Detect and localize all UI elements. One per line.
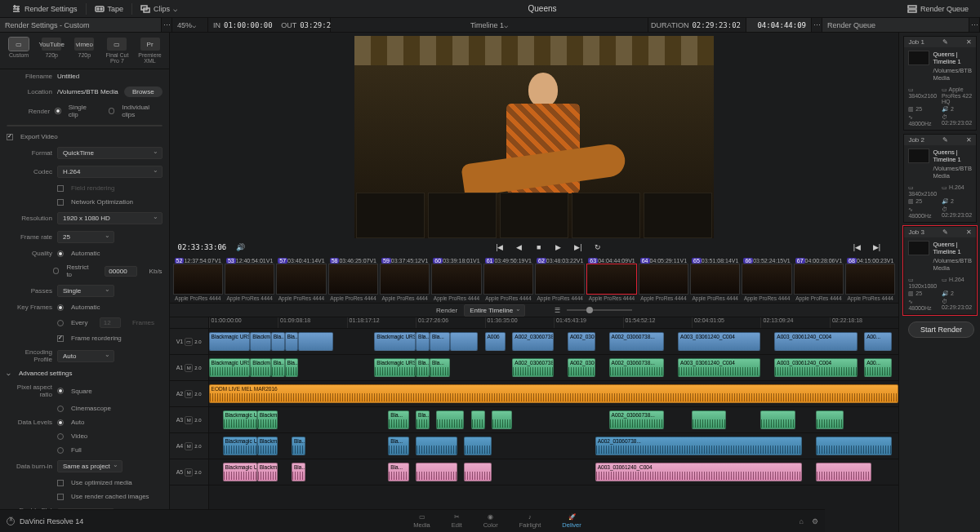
timeline-clip[interactable]: Bla... xyxy=(388,410,408,429)
play-button[interactable]: ▶ xyxy=(553,243,564,251)
timeline-clip[interactable]: A002_03060738... xyxy=(609,332,665,351)
timeline-clip[interactable]: A002_03060738... xyxy=(568,358,595,377)
codec-dropdown[interactable]: H.264 xyxy=(57,166,163,178)
timeline-clip[interactable]: A002_03060738... xyxy=(595,437,802,455)
edit-job-icon[interactable]: ✎ xyxy=(942,228,948,236)
timeline-clip[interactable] xyxy=(492,410,512,429)
timeline-lane[interactable]: Blackmagic URSA...Blackmagic URSA...Bla.… xyxy=(209,459,899,485)
timeline-clip[interactable] xyxy=(760,410,795,429)
track-header-A1[interactable]: A1M2.0 xyxy=(170,355,208,381)
timeline-clip[interactable]: Blackmagic URSA... xyxy=(250,358,270,377)
single-clip-radio[interactable] xyxy=(55,108,61,114)
clip-thumb[interactable]: 5212:37:54:07V1Apple ProRes 4444 xyxy=(173,258,223,301)
page-tab-edit[interactable]: ✂Edit xyxy=(452,513,462,529)
preset-vimeo[interactable]: vimeo720p xyxy=(69,38,100,64)
timeline-clip[interactable]: A002_03060738... xyxy=(512,332,554,351)
timeline-clip[interactable]: Blackmagic URSA... xyxy=(257,437,278,455)
framerate-dropdown[interactable]: 25 xyxy=(57,231,114,243)
render-job[interactable]: Job 1✎✕ Queens | Timeline 1/Volumes/BTB … xyxy=(903,36,977,131)
stop-button[interactable]: ■ xyxy=(533,243,545,251)
clip-thumb[interactable]: 6203:48:03:22V1Apple ProRes 4444 xyxy=(535,258,585,301)
preset-youtube[interactable]: YouTube720p xyxy=(36,38,67,64)
timeline-clip[interactable]: A00... xyxy=(864,358,892,377)
clips-btn[interactable]: Clips ⌵ xyxy=(134,2,184,16)
encoding-profile-dropdown[interactable]: Auto xyxy=(57,350,114,362)
timeline-clip[interactable]: A003_03061240_C004 xyxy=(595,463,802,481)
timeline-clip[interactable]: Bla... xyxy=(388,463,408,481)
track-header-V1[interactable]: V1▭2.0 xyxy=(170,329,208,355)
clip-thumb[interactable]: 5903:37:45:12V1Apple ProRes 4444 xyxy=(380,258,430,301)
page-tab-deliver[interactable]: 🚀Deliver xyxy=(562,513,581,529)
goto-prev-button[interactable]: |◀ xyxy=(851,243,862,251)
passes-dropdown[interactable]: Single xyxy=(57,285,114,297)
burnin-dropdown[interactable]: Same as project xyxy=(57,460,122,472)
clip-thumb[interactable]: 5803:46:25:07V1Apple ProRes 4444 xyxy=(328,258,378,301)
timeline-clip[interactable] xyxy=(298,332,332,351)
render-settings-btn[interactable]: Render Settings xyxy=(5,2,84,16)
clip-thumb[interactable]: 6704:00:28:06V1Apple ProRes 4444 xyxy=(794,258,844,301)
timeline-clip[interactable]: Blackmagic URSA... xyxy=(209,332,251,351)
timeline-clip[interactable]: Bla... xyxy=(430,332,450,351)
edit-job-icon[interactable]: ✎ xyxy=(942,38,948,46)
goto-next-button[interactable]: ▶| xyxy=(871,243,882,251)
timeline-clip[interactable]: Blackmagic URSA... xyxy=(223,410,257,429)
track-header-A4[interactable]: A4M2.0 xyxy=(170,433,208,459)
network-opt-check[interactable] xyxy=(57,199,64,206)
timeline-clip[interactable]: A00... xyxy=(864,332,892,351)
page-tab-media[interactable]: ▭Media xyxy=(413,513,430,529)
timeline-clip[interactable]: Bla... xyxy=(430,358,450,377)
timeline-clip[interactable]: A002_03060738... xyxy=(568,332,595,351)
field-rendering-check[interactable] xyxy=(57,185,64,192)
clip-thumb[interactable]: 6503:51:08:14V1Apple ProRes 4444 xyxy=(690,258,740,301)
timeline-clip[interactable]: Bla... xyxy=(271,332,285,351)
resolution-dropdown[interactable]: 1920 x 1080 HD xyxy=(57,212,163,224)
clip-thumb[interactable]: 5312:40:54:01V1Apple ProRes 4444 xyxy=(225,258,274,301)
page-tab-color[interactable]: ◉Color xyxy=(483,513,498,529)
close-job-icon[interactable]: ✕ xyxy=(966,136,972,144)
close-job-icon[interactable]: ✕ xyxy=(966,38,972,46)
panel-menu[interactable]: ⋯ xyxy=(162,18,172,32)
quality-auto-radio[interactable] xyxy=(57,250,64,257)
timeline-clip[interactable]: Bla... xyxy=(271,358,285,377)
render-job[interactable]: Job 2✎✕ Queens | Timeline 1/Volumes/BTB … xyxy=(903,134,977,223)
timeline-clip[interactable]: A002_03060738... xyxy=(512,358,554,377)
page-tab-fairlight[interactable]: ♪Fairlight xyxy=(519,513,541,529)
viewer-timecode[interactable]: 02:33:33:06 xyxy=(178,243,227,251)
step-fwd-button[interactable]: ▶| xyxy=(572,243,584,251)
clip-thumb[interactable]: 6404:05:29:11V1Apple ProRes 4444 xyxy=(639,258,688,301)
timeline-clip[interactable]: A003_03061240_C004 xyxy=(678,358,760,377)
program-viewer[interactable] xyxy=(354,36,714,238)
optimized-media-check[interactable] xyxy=(57,480,64,486)
timeline-clip[interactable] xyxy=(450,332,478,351)
timeline-clip[interactable]: A002_03060738... xyxy=(609,410,665,429)
timeline-clip[interactable]: EODM LIVE MEL MAR2016 xyxy=(209,384,899,403)
timeline-clip[interactable] xyxy=(816,410,844,429)
timeline-ruler[interactable]: 01:00:00:0001:09:08:1801:18:17:1201:27:2… xyxy=(209,317,899,329)
clip-thumb[interactable]: 6003:39:18:01V1Apple ProRes 4444 xyxy=(431,258,481,301)
settings-icon[interactable]: ⚙ xyxy=(812,517,818,525)
timeline-lane[interactable]: EODM LIVE MEL MAR2016 xyxy=(209,381,899,407)
close-job-icon[interactable]: ✕ xyxy=(966,228,972,236)
zoom-slider[interactable] xyxy=(567,309,632,311)
timeline-clip[interactable]: Bla... xyxy=(388,437,408,455)
lvl-auto-radio[interactable] xyxy=(57,419,64,426)
timeline-clip[interactable]: A003_03061240_C004 xyxy=(774,332,857,351)
timeline-clip[interactable]: Bla... xyxy=(292,463,305,481)
clip-thumb[interactable]: 6603:52:24:15V1Apple ProRes 4444 xyxy=(742,258,791,301)
preset-custom[interactable]: ▭Custom xyxy=(3,38,34,64)
track-header-A2[interactable]: A2M2.0 xyxy=(170,381,208,407)
render-job[interactable]: Job 3✎✕ Queens | Timeline 1/Volumes/BTB … xyxy=(903,226,977,315)
timeline-clip[interactable] xyxy=(416,463,457,481)
timeline-clip[interactable]: Blackmagic URSA... xyxy=(209,358,251,377)
timeline-clip[interactable]: A006 xyxy=(485,332,506,351)
restrict-kbs-input[interactable] xyxy=(105,266,137,277)
clip-thumb[interactable]: 6804:15:00:23V1Apple ProRes 4444 xyxy=(845,258,895,301)
timeline-clip[interactable]: Blackmagic URSA... xyxy=(374,358,416,377)
timeline-lane[interactable]: Blackmagic URSA...Blackmagic URSA...Bla.… xyxy=(209,407,899,433)
par-cinemascope-radio[interactable] xyxy=(57,406,64,412)
track-header-A5[interactable]: A5M2.0 xyxy=(170,459,208,485)
viewer-menu[interactable]: ⋯ xyxy=(812,18,822,32)
timeline-view-icon[interactable]: ☰ xyxy=(555,307,560,314)
format-dropdown[interactable]: QuickTime xyxy=(57,147,163,159)
timeline-clip[interactable] xyxy=(816,463,871,481)
